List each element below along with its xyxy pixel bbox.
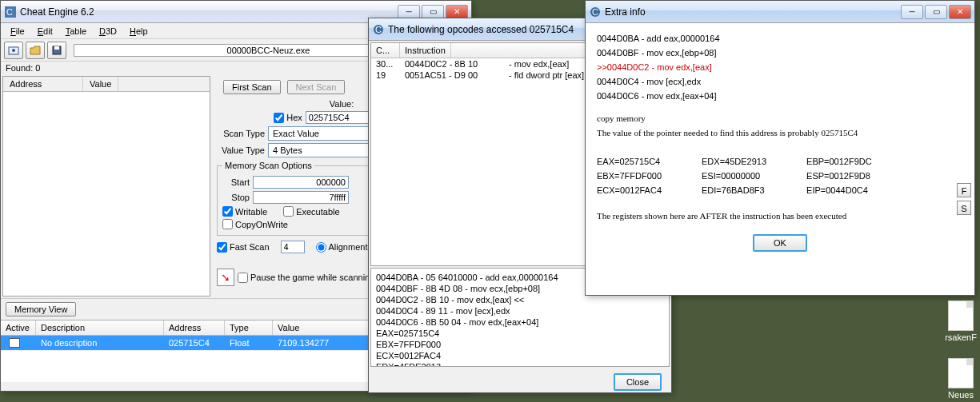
desktop-icon-2[interactable]: Neues <box>945 358 977 400</box>
open-file-button[interactable] <box>26 42 45 59</box>
desktop-icon-2-label: Neues <box>945 390 977 400</box>
first-scan-button[interactable]: First Scan <box>223 80 281 94</box>
registers-block: EAX=025715C4EBX=7FFDF000ECX=0012FAC4 EDX… <box>597 154 963 197</box>
results-list[interactable]: Address Value <box>2 76 210 297</box>
svg-point-3 <box>12 49 15 52</box>
disasm-line: 0044D0C4 - 89 11 - mov [ecx],edx <box>376 305 664 316</box>
stop-label: Stop <box>222 193 250 202</box>
maximize-button[interactable]: ▭ <box>422 5 444 19</box>
asm-line: >>0044D0C2 - mov edx,[eax] <box>597 60 963 74</box>
extra-info-window: C Extra info ─ ▭ ✕ 0044D0BA - add eax,00… <box>585 0 975 296</box>
stop-input[interactable] <box>253 191 349 204</box>
extra-close[interactable]: ✕ <box>949 5 971 19</box>
minimize-button[interactable]: ─ <box>398 5 420 19</box>
register-value: EDI=76BAD8F3 <box>702 183 766 197</box>
disasm-line: 0044D0C2 - 8B 10 - mov edx,[eax] << <box>376 294 664 305</box>
process-label: 00000BCC-Neuz.exe <box>227 46 310 55</box>
register-value: EBX=7FFDF000 <box>597 169 662 183</box>
opcode-col-instruction[interactable]: Instruction <box>400 43 451 58</box>
scan-type-select[interactable]: Exact Value <box>268 126 380 141</box>
register-value: ECX=0012FAC4 <box>597 183 662 197</box>
register-value: EBP=0012F9DC <box>806 154 872 169</box>
pause-label: Pause the game while scanning <box>250 273 374 282</box>
alignment-label: Alignment <box>329 242 368 252</box>
registers-note: The registers shown here are AFTER the i… <box>597 209 963 223</box>
scan-type-label: Scan Type <box>217 129 265 138</box>
start-input[interactable] <box>253 176 349 189</box>
ce-app-icon: C <box>4 6 17 18</box>
executable-check[interactable] <box>283 206 294 217</box>
desktop-icon-1[interactable]: rsakenF <box>945 301 977 342</box>
menu-table[interactable]: Table <box>59 25 93 38</box>
extra-body: 0044D0BA - add eax,000001640044D0BF - mo… <box>586 23 974 295</box>
file-icon <box>948 301 974 331</box>
svg-text:C: C <box>375 25 382 34</box>
disasm-line: ECX=0012FAC4 <box>376 350 664 361</box>
col-type[interactable]: Type <box>225 320 273 335</box>
hex-checkbox[interactable] <box>274 113 284 123</box>
col-address2[interactable]: Address <box>164 320 225 335</box>
fast-scan-value[interactable] <box>281 241 305 253</box>
memopt-legend: Memory Scan Options <box>222 161 314 170</box>
menu-file[interactable]: File <box>4 25 31 38</box>
writable-label: Writable <box>235 207 267 217</box>
file-icon <box>948 358 974 388</box>
ce-icon2: C <box>589 6 602 18</box>
ce-title: Cheat Engine 6.2 <box>20 6 398 18</box>
row-value: 7109.134277 <box>273 337 334 348</box>
value-type-select[interactable]: 4 Bytes <box>268 143 380 157</box>
memory-view-button[interactable]: Memory View <box>6 302 76 316</box>
start-label: Start <box>222 177 250 187</box>
svg-text:C: C <box>592 7 598 17</box>
cow-check[interactable] <box>222 219 233 229</box>
svg-rect-5 <box>54 46 59 50</box>
fast-scan-label: Fast Scan <box>230 242 270 252</box>
col-active[interactable]: Active <box>1 320 36 335</box>
extra-minimize[interactable]: ─ <box>901 5 923 19</box>
register-value: EIP=0044D0C4 <box>806 183 872 197</box>
hex-label: Hex <box>286 113 302 122</box>
extra-ok-button[interactable]: OK <box>753 234 807 252</box>
f-button[interactable]: F <box>957 183 971 197</box>
open-process-button[interactable] <box>4 42 23 59</box>
asm-line: 0044D0BA - add eax,00000164 <box>597 31 963 46</box>
alignment-radio[interactable] <box>316 242 326 253</box>
col-description[interactable]: Description <box>36 320 164 335</box>
menu-help[interactable]: Help <box>123 25 154 38</box>
row-active-check[interactable] <box>9 338 20 348</box>
save-button[interactable] <box>47 42 66 59</box>
menu-d3d[interactable]: D3D <box>93 25 123 38</box>
cow-label: CopyOnWrite <box>235 220 288 229</box>
next-scan-button: Next Scan <box>287 80 346 94</box>
register-value: EDX=45DE2913 <box>702 154 766 169</box>
row-type: Float <box>225 337 273 348</box>
opcode-close-button[interactable]: Close <box>614 373 662 391</box>
col-value[interactable]: Value <box>83 77 118 91</box>
col-address[interactable]: Address <box>3 77 83 91</box>
asm-line: 0044D0BF - mov ecx,[ebp+08] <box>597 46 963 60</box>
copy-memory-label: copy memory <box>597 111 963 125</box>
disasm-line: EDX=45DE2913 <box>376 361 664 367</box>
writable-check[interactable] <box>222 206 233 217</box>
pointer-icon[interactable]: ➘ <box>217 269 234 286</box>
row-address: 025715C4 <box>164 337 225 348</box>
pointer-hint: The value of the pointer needed to find … <box>597 125 963 140</box>
pause-game-check[interactable] <box>238 273 248 283</box>
extra-maximize[interactable]: ▭ <box>925 5 947 19</box>
ce-icon: C <box>372 23 385 36</box>
s-button[interactable]: S <box>957 201 971 215</box>
asm-line: 0044D0C4 - mov [ecx],edx <box>597 74 963 89</box>
fast-scan-check[interactable] <box>217 242 227 253</box>
menu-edit[interactable]: Edit <box>31 25 59 38</box>
desktop-icon-1-label: rsakenF <box>945 332 977 342</box>
disasm-line: EAX=025715C4 <box>376 328 664 339</box>
asm-line: 0044D0C6 - mov edx,[eax+04] <box>597 89 963 103</box>
row-description: No description <box>36 337 164 348</box>
disasm-line: EBX=7FFDF000 <box>376 339 664 350</box>
close-button[interactable]: ✕ <box>446 5 468 19</box>
value-type-label: Value Type <box>217 145 265 155</box>
svg-text:C: C <box>6 7 13 17</box>
opcode-col-count[interactable]: C... <box>371 43 400 58</box>
extra-titlebar[interactable]: C Extra info ─ ▭ ✕ <box>586 1 974 23</box>
register-value: EAX=025715C4 <box>597 154 662 169</box>
